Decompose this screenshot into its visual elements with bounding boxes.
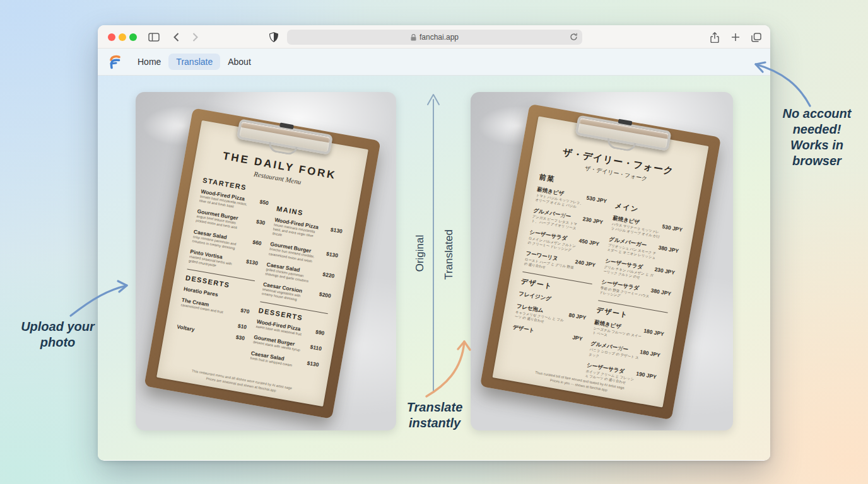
menu-item-price: 240 JPY	[575, 258, 596, 268]
nav-item-translate[interactable]: Translate	[168, 54, 220, 70]
translated-photo: ザ・デイリー・フォーク ザ・デイリー・フォーク 前菜薪焼きピザ530 JPYトマ…	[471, 92, 733, 430]
menu-item-price: $30	[255, 219, 266, 226]
no-account-annotation: No account needed! Works in browser	[775, 106, 859, 169]
menu-section: デザートフレイジングフレセ泡ム80 JPYキャラメリゼ クリーム と フルーツ …	[512, 272, 592, 343]
share-icon[interactable]	[708, 30, 722, 44]
menu-item-price: 180 JPY	[643, 328, 665, 338]
menu-item-price: 530 JPY	[662, 223, 683, 233]
menu-item-name: Horatio Pares	[183, 285, 218, 297]
forward-button[interactable]	[188, 30, 202, 44]
desktop-background: fanchai.app Home Translat	[0, 0, 868, 484]
menu-item-price: $50	[259, 199, 269, 206]
menu-item-price: $130	[330, 226, 343, 234]
site-navbar: Home Translate About	[98, 49, 770, 76]
menu-item-price: 230 JPY	[654, 266, 676, 276]
tab-overview-icon[interactable]	[749, 30, 763, 44]
url-text: fanchai.app	[419, 33, 459, 42]
fanchai-logo-icon[interactable]	[107, 54, 122, 69]
menu-section: MAINSWood-Fired Pizza$130house marinara …	[261, 205, 345, 308]
browser-window: fanchai.app Home Translat	[98, 25, 770, 461]
menu-item-price: $60	[252, 238, 262, 246]
upload-annotation: Upload your photo	[9, 319, 107, 350]
menu-item-price: 380 JPY	[658, 245, 679, 255]
menu-paper-original: THE DAILY FORK Restaurant Menu STARTERSW…	[156, 120, 368, 406]
address-bar[interactable]: fanchai.app	[287, 30, 582, 45]
privacy-shield-icon[interactable]	[267, 30, 281, 44]
nav-item-home[interactable]: Home	[130, 54, 168, 70]
menu-paper-translated: ザ・デイリー・フォーク ザ・デイリー・フォーク 前菜薪焼きピザ530 JPYトマ…	[493, 116, 709, 407]
menu-item-price: 230 JPY	[582, 216, 604, 226]
menu-item-price: 450 JPY	[578, 237, 600, 247]
menu-section: メイン薪焼きピザ530 JPYハウス マリナーラ モッツァレラ バジル オリーブ…	[599, 201, 686, 307]
minimize-window-button[interactable]	[119, 33, 126, 41]
menu-item-price: $220	[322, 271, 335, 279]
menu-section: デザート薪焼きピザ180 JPYシーズナル フルーツ の スイート ベースグルメ…	[585, 300, 668, 389]
menu-section: STARTERSWood-Fired Pizza$50tomato basil …	[188, 176, 271, 275]
sidebar-toggle-icon[interactable]	[147, 30, 161, 44]
menu-item-price: 80 JPY	[568, 312, 587, 321]
new-tab-icon[interactable]	[729, 30, 742, 44]
menu-item-price: $30	[235, 334, 245, 342]
menu-item-price: 180 JPY	[640, 349, 661, 359]
menu-section: DESSERTSWood-Fired Pizza$90sweet base wi…	[250, 302, 328, 372]
menu-item-price: $200	[319, 291, 331, 299]
menu-columns: 前菜薪焼きピザ530 JPYトマト バジル モッツァレラ、 オリーブ オイル と…	[505, 172, 688, 395]
menu-section: DESSERTSHoratio ParesThe Cream$70caramel…	[177, 269, 255, 342]
menu-columns: STARTERSWood-Fired Pizza$50tomato basil …	[173, 176, 348, 377]
browser-titlebar: fanchai.app	[98, 25, 770, 49]
menu-item-price: $70	[240, 307, 250, 314]
menu-item-name: フレイジング	[518, 290, 551, 303]
menu-item-price: $110	[310, 344, 322, 352]
page-content: THE DAILY FORK Restaurant Menu STARTERSW…	[98, 76, 770, 460]
menu-item-price: 380 JPY	[650, 287, 672, 297]
menu-item-name: デザート	[512, 324, 535, 335]
original-photo: THE DAILY FORK Restaurant Menu STARTERSW…	[136, 92, 396, 430]
menu-item-price: $90	[315, 329, 325, 337]
menu-item-name: Voltary	[177, 323, 195, 333]
menu-item-price: 530 JPY	[586, 195, 607, 205]
menu-item-price: JPY	[572, 335, 584, 343]
close-window-button[interactable]	[108, 33, 115, 41]
menu-section: 前菜薪焼きピザ530 JPYトマト バジル モッツァレラ、 オリーブ オイル と…	[524, 172, 610, 278]
reload-icon[interactable]	[570, 33, 578, 43]
menu-item-price: 190 JPY	[636, 370, 657, 380]
menu-item-price: $130	[307, 359, 319, 367]
menu-item-price: $130	[326, 251, 338, 259]
nav-item-about[interactable]: About	[220, 54, 259, 70]
menu-item-price: $130	[245, 258, 258, 266]
menu-item-price: $10	[237, 323, 247, 330]
lock-icon	[411, 34, 416, 41]
back-button[interactable]	[169, 30, 183, 44]
zoom-window-button[interactable]	[129, 33, 137, 41]
